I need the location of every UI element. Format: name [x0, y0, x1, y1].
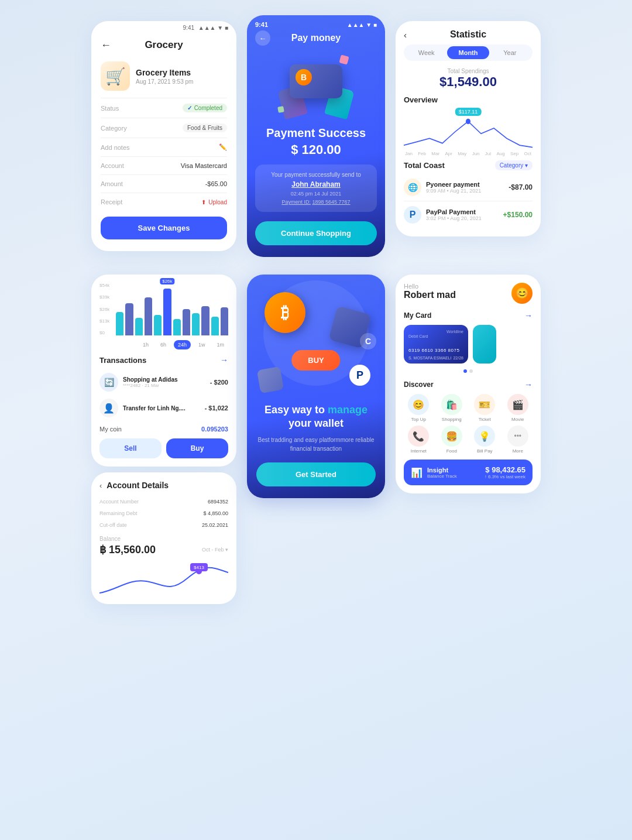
- insight-change: ↑ 6.3% vs last week: [485, 474, 525, 479]
- overview-label: Overview: [396, 95, 541, 108]
- transactions-chart-card: $54k$39k$26k$13k$0: [91, 275, 236, 467]
- paypal-amount: +$150.00: [503, 211, 533, 219]
- discover-internet[interactable]: 📞 Internet: [404, 426, 434, 454]
- trans-date-0: ****2482 · 21 Mar: [123, 383, 210, 388]
- rem-debt-label: Remaining Debt: [99, 510, 138, 516]
- bar-10: [201, 306, 209, 335]
- grocery-back-btn[interactable]: ←: [101, 39, 111, 52]
- acc-num-label: Account Number: [99, 499, 139, 505]
- account-back-btn[interactable]: ‹: [99, 481, 102, 490]
- trans-item-0: 🔄 Shopping at Adidas ****2482 · 21 Mar -…: [99, 369, 228, 395]
- time-tab-6h[interactable]: 6h: [156, 340, 170, 349]
- tab-month[interactable]: Month: [447, 46, 489, 59]
- bank-card-2[interactable]: [473, 325, 496, 364]
- tab-year[interactable]: Year: [489, 46, 531, 59]
- stat-back-btn[interactable]: ‹: [404, 30, 407, 40]
- balance-period: Oct - Feb ▾: [202, 547, 228, 553]
- stat-chart: $117.11 JanFebMarAprMay JunJulAugSepOct: [404, 108, 533, 155]
- discover-section-row: Discover →: [404, 380, 533, 389]
- pay-status-icons: ▲▲▲ ▼ ■: [347, 22, 377, 28]
- rem-debt-value: $ 4,850.00: [203, 510, 228, 516]
- ticket-icon: 🎫: [474, 394, 495, 415]
- buy-button[interactable]: Buy: [166, 438, 228, 458]
- upload-icon: ⬆: [201, 199, 206, 205]
- save-changes-button[interactable]: Save Changes: [101, 217, 227, 239]
- status-label: Status: [101, 105, 119, 112]
- bank-card-1[interactable]: Debit Card Worldline 6319 6610 3366 8075…: [404, 325, 468, 364]
- upload-btn[interactable]: ⬆ Upload: [201, 199, 227, 205]
- paypal-icon: P: [404, 206, 421, 224]
- bar-chart: $54k$39k$26k$13k$0: [99, 283, 228, 335]
- buy-floating-button[interactable]: BUY: [291, 350, 340, 371]
- payment-amount: $ 120.00: [247, 142, 385, 157]
- c-float-icon: C: [360, 333, 376, 349]
- transactions-label: Transactions: [99, 356, 146, 365]
- time-tab-1m[interactable]: 1m: [212, 340, 228, 349]
- discover-billpay[interactable]: 💡 Bill Pay: [470, 426, 500, 454]
- notes-edit-icon[interactable]: ✏️: [219, 143, 227, 151]
- avatar: 😊: [511, 283, 533, 304]
- category-filter-btn[interactable]: Category ▾: [495, 160, 533, 170]
- card-number: 6319 6610 3366 8075: [408, 348, 459, 353]
- category-label: Category: [101, 125, 127, 132]
- get-started-button[interactable]: Get Started: [256, 462, 376, 486]
- food-label: Food: [446, 448, 457, 454]
- grocery-title: Grocery: [145, 39, 183, 51]
- time-tab-1h[interactable]: 1h: [139, 340, 153, 349]
- card-holder: S. MOSTAFA ESMAELI: [408, 356, 451, 360]
- cards-scroll: Debit Card Worldline 6319 6610 3366 8075…: [404, 325, 533, 364]
- internet-icon: 📞: [408, 426, 429, 447]
- balance-amount: ฿ 15,560.00: [99, 543, 156, 556]
- insight-amount: $ 98,432.65: [485, 465, 525, 474]
- account-details-card: ‹ Account Details Account Number 6894352…: [91, 472, 236, 604]
- discover-topup[interactable]: 😊 Top Up: [404, 394, 434, 422]
- account-title: Account Details: [107, 481, 169, 490]
- transactions-arrow-icon[interactable]: →: [220, 355, 228, 365]
- discover-arrow-icon[interactable]: →: [524, 380, 533, 389]
- billpay-icon: 💡: [474, 426, 495, 447]
- payment-item-1: P PayPal Payment 3:02 PM • Aug 20, 2021 …: [396, 201, 541, 228]
- pyoneer-name: Pyoneer payment: [426, 181, 509, 188]
- discover-shopping[interactable]: 🛍️ Shopping: [437, 394, 467, 422]
- discover-food[interactable]: 🍔 Food: [437, 426, 467, 454]
- stat-tabs: Week Month Year: [404, 44, 533, 61]
- trans-item-1: 👤 Transfer for Linh Ng.... - $1,022: [99, 395, 228, 421]
- receipt-label: Receipt: [101, 198, 122, 205]
- bitcoin-icon: ₿: [265, 292, 305, 333]
- my-card-arrow-icon[interactable]: →: [524, 311, 533, 320]
- sell-button[interactable]: Sell: [99, 438, 162, 458]
- insight-banner[interactable]: 📊 Insight Balance Track $ 98,432.65 ↑ 6.…: [404, 460, 533, 485]
- time-tab-24h[interactable]: 24h: [174, 340, 191, 349]
- tab-week[interactable]: Week: [406, 46, 447, 59]
- insight-sublabel: Balance Track: [427, 474, 457, 479]
- status-value: Completed: [183, 104, 227, 112]
- time-tab-1w[interactable]: 1w: [194, 340, 209, 349]
- stat-title: Statistic: [450, 29, 486, 40]
- discover-movie[interactable]: 🎬 Movie: [503, 394, 533, 422]
- notes-label: Add notes: [101, 144, 130, 151]
- pay-back-btn[interactable]: ←: [255, 30, 270, 46]
- mini-balance-chart: $413: [99, 561, 228, 596]
- payment-id: Payment ID: 1898 5645 7767: [263, 199, 369, 205]
- bar-1: [116, 312, 123, 335]
- transactions-section-header: Transactions →: [99, 355, 228, 365]
- continue-shopping-button[interactable]: Continue Shopping: [255, 221, 377, 245]
- discover-more[interactable]: ••• More: [503, 426, 533, 454]
- card-expiry: 22/28: [453, 356, 463, 360]
- payment-id-value: 1898 5645 7767: [312, 199, 350, 205]
- billpay-label: Bill Pay: [477, 448, 493, 454]
- sell-buy-row: Sell Buy: [99, 438, 228, 458]
- card-type: Debit Card: [408, 334, 428, 338]
- card-network: Worldline: [446, 330, 463, 334]
- discover-label: Discover: [404, 380, 434, 389]
- account-value: Visa Mastercard: [181, 162, 227, 169]
- amount-label: Amount: [101, 180, 123, 187]
- bar-9: [192, 313, 200, 335]
- payment-info-box: Your payment successfully send to John A…: [255, 164, 377, 212]
- category-value: Food & Fruits: [183, 124, 227, 132]
- discover-ticket[interactable]: 🎫 Ticket: [470, 394, 500, 422]
- chart-tooltip: $117.11: [455, 108, 482, 116]
- bar-6-highlight: [163, 289, 171, 335]
- dot-1: [463, 369, 467, 373]
- bar-2: [125, 303, 133, 335]
